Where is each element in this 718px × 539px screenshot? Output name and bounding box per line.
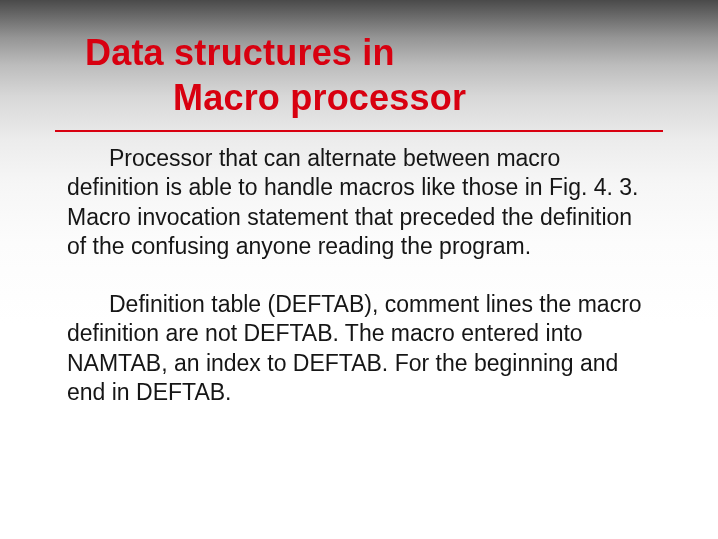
title-line-1: Data structures in (85, 32, 395, 73)
title-underline (55, 130, 663, 132)
slide: Data structures in Macro processor Proce… (0, 0, 718, 539)
slide-body: Processor that can alternate between mac… (55, 144, 663, 408)
paragraph-1: Processor that can alternate between mac… (67, 144, 655, 262)
paragraph-2: Definition table (DEFTAB), comment lines… (67, 290, 655, 408)
title-line-2: Macro processor (85, 75, 663, 120)
slide-title: Data structures in Macro processor (85, 30, 663, 120)
